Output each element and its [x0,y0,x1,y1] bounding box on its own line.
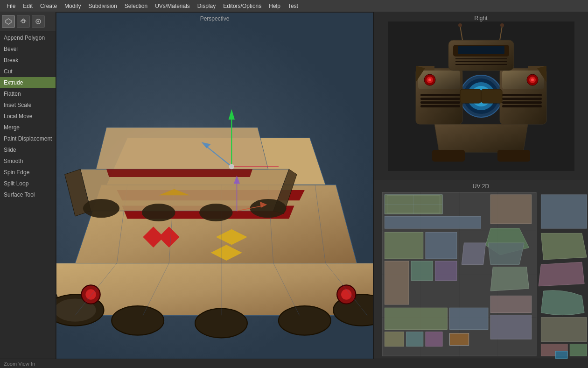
svg-rect-97 [502,94,542,96]
menu-display[interactable]: Display [194,1,219,11]
svg-rect-89 [420,98,460,100]
sidebar-paint-displacement[interactable]: Paint Displacement [0,133,56,144]
menu-modify[interactable]: Modify [61,1,84,11]
svg-rect-140 [450,308,488,329]
sidebar-icons [0,12,56,31]
status-text: Zoom View In [4,361,35,367]
sidebar-local-move[interactable]: Local Move [0,111,56,122]
svg-rect-105 [481,89,502,103]
right-viewport[interactable]: Right [374,12,588,180]
svg-rect-136 [385,261,409,304]
svg-rect-154 [541,318,587,342]
svg-rect-113 [432,150,465,162]
menu-uvs[interactable]: UVs/Materials [151,1,194,11]
uv-label: UV 2D [473,183,489,190]
menu-test[interactable]: Test [284,1,302,11]
main-area: Append Polygon Bevel Break Cut Extrude F… [0,12,588,368]
svg-rect-133 [385,216,481,228]
uv-scene-svg [374,180,588,368]
menu-file[interactable]: File [3,1,19,11]
menu-subdivision[interactable]: Subdivision [84,1,120,11]
svg-point-25 [85,289,96,299]
edge-mode-btn[interactable] [32,15,45,28]
sidebar-inset-scale[interactable]: Inset Scale [0,99,56,111]
svg-marker-148 [490,267,529,291]
svg-point-44 [83,199,119,218]
sidebar-slide[interactable]: Slide [0,144,56,156]
svg-rect-141 [490,195,532,224]
sidebar-append-polygon[interactable]: Append Polygon [0,32,56,43]
right-panel: Right [373,12,588,368]
svg-point-47 [250,199,286,218]
svg-rect-146 [406,332,423,347]
svg-marker-144 [488,243,524,264]
svg-marker-152 [541,233,587,260]
svg-marker-143 [462,243,486,264]
sidebar: Append Polygon Bevel Break Cut Extrude F… [0,12,56,368]
svg-marker-0 [6,19,11,24]
sidebar-bevel[interactable]: Bevel [0,43,56,55]
svg-rect-99 [502,101,542,104]
svg-rect-100 [502,105,542,107]
sidebar-flatten[interactable]: Flatten [0,88,56,99]
svg-rect-150 [490,315,532,340]
menu-editors[interactable]: Editors/Options [219,1,265,11]
svg-rect-151 [541,195,587,228]
sidebar-spin-edge[interactable]: Spin Edge [0,167,56,178]
vertex-mode-btn[interactable] [17,15,30,28]
svg-rect-156 [570,344,587,356]
uv-viewport[interactable]: UV 2D [374,180,588,368]
svg-rect-104 [460,89,481,103]
svg-point-20 [112,306,164,335]
svg-marker-153 [539,262,584,286]
svg-rect-139 [385,308,447,329]
sidebar-smooth[interactable]: Smooth [0,156,56,167]
svg-rect-145 [385,332,404,347]
svg-rect-138 [435,261,457,280]
svg-rect-114 [497,150,530,162]
perspective-label: Perspective [200,15,230,22]
svg-rect-134 [385,232,423,259]
right-scene [374,12,588,180]
sidebar-menu: Append Polygon Bevel Break Cut Extrude F… [0,31,56,201]
svg-rect-98 [502,98,542,100]
svg-point-5 [37,21,39,22]
svg-point-103 [531,78,534,81]
svg-point-94 [428,78,431,81]
svg-rect-157 [555,351,567,358]
svg-rect-147 [426,332,442,347]
svg-point-22 [279,306,331,335]
status-bar: Zoom View In [0,359,588,368]
svg-point-53 [229,164,234,169]
svg-marker-112 [434,124,528,152]
sidebar-cut[interactable]: Cut [0,66,56,77]
svg-point-27 [341,289,351,299]
sidebar-merge[interactable]: Merge [0,122,56,133]
svg-rect-137 [411,261,433,280]
right-label: Right [474,15,487,21]
uv-scene [374,180,588,368]
menu-help[interactable]: Help [265,1,284,11]
menu-selection[interactable]: Selection [121,1,151,11]
menu-edit[interactable]: Edit [19,1,36,11]
scene-background [56,13,373,368]
sidebar-break[interactable]: Break [0,55,56,66]
svg-point-118 [500,23,504,27]
svg-point-46 [199,204,233,221]
menu-bar: File Edit Create Modify Subdivision Sele… [0,0,588,12]
svg-rect-88 [420,94,460,96]
menu-create[interactable]: Create [36,1,61,11]
sidebar-extrude[interactable]: Extrude [0,77,56,88]
svg-rect-135 [426,232,457,259]
sidebar-surface-tool[interactable]: Surface Tool [0,189,56,200]
svg-point-45 [142,204,175,221]
svg-rect-149 [490,296,532,312]
svg-rect-90 [420,101,460,104]
perspective-viewport[interactable]: Perspective [56,12,373,368]
svg-point-3 [22,20,25,23]
sidebar-split-loop[interactable]: Split Loop [0,178,56,189]
polygon-mode-btn[interactable] [2,15,15,28]
svg-rect-108 [458,46,504,54]
perspective-scene-svg [56,13,373,368]
svg-marker-42 [106,169,252,177]
